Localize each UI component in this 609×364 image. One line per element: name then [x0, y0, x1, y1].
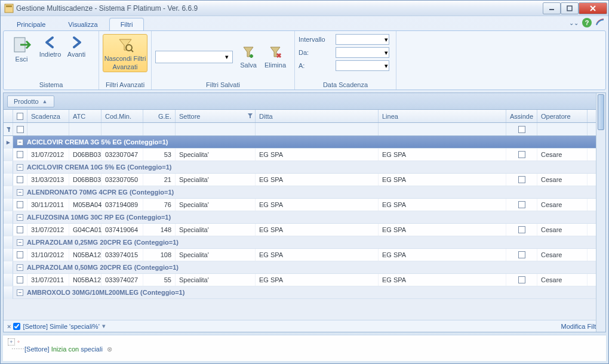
- add-condition-icon[interactable]: +: [8, 338, 15, 346]
- filter-atc[interactable]: [69, 123, 102, 135]
- header-operatore[interactable]: Operatore: [537, 110, 588, 122]
- filter-dropdown-icon[interactable]: ▾: [102, 322, 106, 330]
- filter-scadenza[interactable]: [27, 123, 69, 135]
- row-checkbox[interactable]: [17, 176, 23, 183]
- filter-builder: +◦ ⋯⋯[Settore] Inizia con speciali ⊗: [3, 335, 606, 361]
- active-filter-text: [Settore] Simile 'speciali%': [23, 323, 99, 330]
- settings-icon[interactable]: [595, 17, 605, 28]
- filter-assinde[interactable]: [506, 123, 537, 135]
- row-checkbox[interactable]: [17, 151, 23, 158]
- assinde-checkbox[interactable]: [518, 176, 525, 183]
- delete-filter-button[interactable]: Elimina: [264, 44, 287, 70]
- grid: Prodotto▲ Scadenza ATC Cod.Min. G.E. Set…: [3, 92, 606, 332]
- maximize-button[interactable]: [561, 2, 579, 14]
- remove-condition-icon[interactable]: ⊗: [107, 346, 112, 353]
- group-row[interactable]: − ALFUZOSINA 10MG 30C RP EG (Conteggio=1…: [4, 211, 605, 224]
- tab-visualizza[interactable]: Visualizza: [57, 18, 109, 30]
- filter-checkbox[interactable]: [13, 123, 27, 135]
- table-row[interactable]: 31/03/2013 D06BB03 032307050 21 Speciali…: [4, 174, 605, 186]
- group-row[interactable]: ▸ − ACICLOVIR CREMA 3G 5% EG (Conteggio=…: [4, 136, 605, 149]
- table-row[interactable]: 31/07/2012 D06BB03 032307047 53 Speciali…: [4, 149, 605, 161]
- ribbon-tabs: Principale Visualizza Filtri ⌄⌄ ?: [1, 16, 608, 30]
- row-checkbox[interactable]: [17, 251, 23, 258]
- table-row[interactable]: 30/11/2011 M05BA04 037194089 76 Speciali…: [4, 199, 605, 211]
- filter-settore[interactable]: [176, 123, 256, 135]
- group-label-filtri-avanzati: Filtri Avanzati: [103, 80, 147, 90]
- header-checkbox[interactable]: [13, 110, 27, 122]
- column-headers: Scadenza ATC Cod.Min. G.E. Settore Ditta…: [4, 110, 605, 123]
- group-label-filtri-salvati: Filtri Salvati: [155, 80, 291, 90]
- active-filter-bar: × [Settore] Simile 'speciali%' ▾ Modific…: [4, 320, 605, 332]
- from-date[interactable]: ▾: [336, 47, 389, 58]
- exit-button[interactable]: Esci: [7, 34, 36, 64]
- filter-enabled-checkbox[interactable]: [13, 323, 20, 330]
- save-filter-button[interactable]: Salva: [238, 44, 259, 70]
- back-button[interactable]: Indietro: [38, 34, 62, 59]
- filter-linea[interactable]: [379, 123, 506, 135]
- help-icon[interactable]: ?: [582, 18, 592, 27]
- header-scadenza[interactable]: Scadenza: [27, 110, 69, 122]
- filter-cod[interactable]: [102, 123, 143, 135]
- filter-ge[interactable]: [143, 123, 176, 135]
- filter-row: [4, 123, 605, 136]
- header-linea[interactable]: Linea: [379, 110, 506, 122]
- header-atc[interactable]: ATC: [69, 110, 102, 122]
- header-codmin[interactable]: Cod.Min.: [102, 110, 143, 122]
- expand-icon[interactable]: −: [17, 239, 23, 246]
- tab-filtri[interactable]: Filtri: [109, 18, 144, 30]
- table-row[interactable]: 31/10/2012 N05BA12 033974015 108 Special…: [4, 249, 605, 261]
- titlebar: Gestione Multiscadenze - Sistema F Plati…: [1, 1, 608, 16]
- collapse-ribbon-icon[interactable]: ⌄⌄: [569, 20, 579, 26]
- group-chip-prodotto[interactable]: Prodotto▲: [7, 95, 54, 107]
- row-checkbox[interactable]: [17, 201, 23, 208]
- group-row[interactable]: − ALENDRONATO 70MG 4CPR EG (Conteggio=1): [4, 186, 605, 199]
- root-condition[interactable]: ◦: [17, 338, 20, 345]
- close-button[interactable]: [579, 2, 607, 14]
- expand-icon[interactable]: −: [17, 139, 23, 146]
- row-checkbox[interactable]: [17, 226, 23, 233]
- to-label: A:: [299, 62, 333, 69]
- assinde-checkbox[interactable]: [518, 276, 525, 283]
- filter-value[interactable]: speciali: [81, 346, 103, 353]
- assinde-checkbox[interactable]: [518, 226, 525, 233]
- saved-filters-combo[interactable]: ▾: [155, 51, 233, 63]
- header-settore[interactable]: Settore: [176, 110, 256, 122]
- header-assinde[interactable]: Assinde: [506, 110, 537, 122]
- hide-advanced-filters-button[interactable]: Nascondi Filtri Avanzati: [103, 34, 147, 72]
- expand-icon[interactable]: −: [17, 164, 23, 171]
- filter-operatore[interactable]: [537, 123, 588, 135]
- to-date[interactable]: ▾: [336, 60, 389, 71]
- expand-icon[interactable]: −: [17, 214, 23, 221]
- group-row[interactable]: − ACICLOVIR CREMA 10G 5% EG (Conteggio=1…: [4, 161, 605, 174]
- expand-icon[interactable]: −: [17, 289, 23, 296]
- group-row[interactable]: − ALPRAZOLAM 0,50MG 20CPR EG (Conteggio=…: [4, 261, 605, 274]
- group-label-sistema: Sistema: [7, 80, 95, 90]
- expand-icon[interactable]: −: [17, 264, 23, 271]
- table-row[interactable]: 31/07/2012 G04CA01 037419064 148 Special…: [4, 224, 605, 236]
- group-row[interactable]: − AMBROXOLO 30MG/10ML200MLEG (Conteggio=…: [4, 286, 605, 299]
- interval-label: Intervallo: [299, 36, 333, 43]
- minimize-button[interactable]: [543, 2, 561, 14]
- table-row[interactable]: 31/07/2011 N05BA12 033974027 55 Speciali…: [4, 274, 605, 286]
- tab-principale[interactable]: Principale: [5, 18, 57, 30]
- header-ge[interactable]: G.E.: [143, 110, 176, 122]
- app-icon: [4, 4, 14, 13]
- chevron-down-icon: ▾: [222, 53, 231, 61]
- row-checkbox[interactable]: [17, 276, 23, 283]
- filter-handle[interactable]: [4, 123, 13, 135]
- filter-ditta[interactable]: [256, 123, 379, 135]
- assinde-checkbox[interactable]: [518, 151, 525, 158]
- grouping-bar[interactable]: Prodotto▲: [4, 93, 605, 110]
- forward-button[interactable]: Avanti: [64, 34, 88, 59]
- filter-operator[interactable]: Inizia con: [51, 346, 79, 353]
- clear-filter-icon[interactable]: ×: [7, 323, 11, 330]
- expand-icon[interactable]: −: [17, 189, 23, 196]
- group-row[interactable]: − ALPRAZOLAM 0,25MG 20CPR EG (Conteggio=…: [4, 236, 605, 249]
- header-ditta[interactable]: Ditta: [256, 110, 379, 122]
- filter-field[interactable]: [Settore]: [24, 346, 50, 353]
- assinde-checkbox[interactable]: [518, 251, 525, 258]
- interval-combo[interactable]: ▾: [336, 34, 389, 45]
- sort-asc-icon: ▲: [42, 98, 48, 104]
- vertical-scrollbar[interactable]: [596, 93, 605, 332]
- assinde-checkbox[interactable]: [518, 201, 525, 208]
